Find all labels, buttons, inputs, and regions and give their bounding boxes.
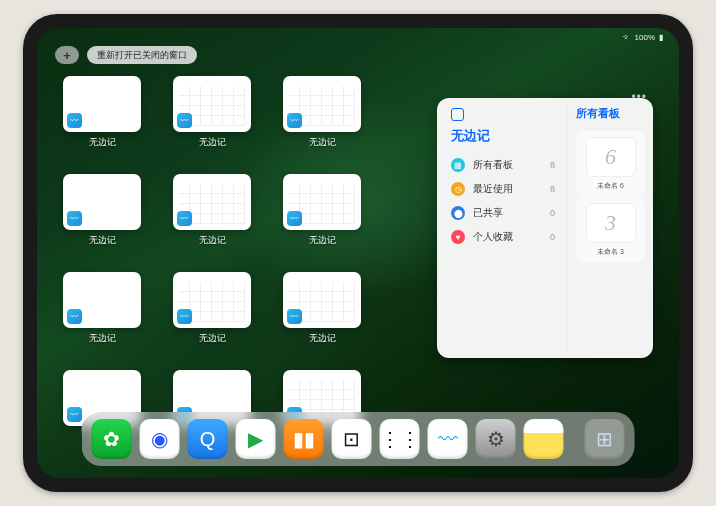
sidebar-item-count: 0 [550, 208, 555, 218]
sidebar-item[interactable]: ♥个人收藏0 [451, 225, 555, 249]
sidebar-toggle-icon[interactable] [451, 108, 464, 121]
window-label: 无边记 [309, 234, 336, 247]
sidebar-item-icon: ◷ [451, 182, 465, 196]
dock-browser-icon[interactable]: Q [188, 419, 228, 459]
board-card[interactable]: 6未命名 6 [576, 131, 645, 197]
expose-window[interactable]: 〰无边记 [61, 272, 143, 360]
window-thumbnail: 〰 [173, 76, 251, 132]
expose-window[interactable]: 〰无边记 [171, 174, 253, 262]
top-controls: + 重新打开已关闭的窗口 [55, 46, 197, 64]
window-label: 无边记 [89, 136, 116, 149]
dock-separator [574, 421, 575, 457]
window-label: 无边记 [199, 234, 226, 247]
dock-freeform-icon[interactable]: 〰 [428, 419, 468, 459]
board-card[interactable]: 3未命名 3 [576, 197, 645, 263]
freeform-app-icon: 〰 [287, 113, 302, 128]
freeform-app-icon: 〰 [287, 211, 302, 226]
board-label: 未命名 3 [597, 247, 624, 257]
screen: ᯤ 100% ▮ + 重新打开已关闭的窗口 〰无边记〰无边记〰无边记〰无边记〰无… [37, 28, 679, 478]
panel-app-title: 无边记 [451, 127, 555, 145]
freeform-app-icon: 〰 [67, 309, 82, 324]
expose-window[interactable]: 〰无边记 [281, 272, 363, 360]
sidebar-item[interactable]: ▦所有看板8 [451, 153, 555, 177]
window-label: 无边记 [309, 332, 336, 345]
status-bar: ᯤ 100% ▮ [37, 30, 679, 44]
wifi-icon: ᯤ [623, 33, 631, 42]
sidebar-item[interactable]: ◷最近使用8 [451, 177, 555, 201]
expose-window[interactable]: 〰无边记 [281, 174, 363, 262]
sidebar-item-icon: ⬤ [451, 206, 465, 220]
window-thumbnail: 〰 [283, 272, 361, 328]
dock-notes-icon[interactable] [524, 419, 564, 459]
window-label: 无边记 [89, 332, 116, 345]
window-label: 无边记 [309, 136, 336, 149]
panel-left: 无边记 ▦所有看板8◷最近使用8⬤已共享0♥个人收藏0 [437, 98, 567, 358]
freeform-app-icon: 〰 [67, 407, 82, 422]
dock-books-icon[interactable]: ▮▮ [284, 419, 324, 459]
window-thumbnail: 〰 [63, 174, 141, 230]
new-window-button[interactable]: + [55, 46, 79, 64]
freeform-app-icon: 〰 [67, 211, 82, 226]
freeform-app-icon: 〰 [177, 211, 192, 226]
reopen-closed-window-button[interactable]: 重新打开已关闭的窗口 [87, 46, 197, 64]
sidebar-item-label: 个人收藏 [473, 230, 513, 244]
board-label: 未命名 6 [597, 181, 624, 191]
window-thumbnail: 〰 [283, 174, 361, 230]
battery-icon: ▮ [659, 33, 663, 42]
expose-window[interactable]: 〰无边记 [281, 76, 363, 164]
board-thumbnail: 6 [586, 137, 636, 177]
sidebar-item[interactable]: ⬤已共享0 [451, 201, 555, 225]
sidebar-item-count: 8 [550, 160, 555, 170]
sidebar-item-label: 已共享 [473, 206, 503, 220]
dock-play-icon[interactable]: ▶ [236, 419, 276, 459]
sidebar-item-count: 8 [550, 184, 555, 194]
window-thumbnail: 〰 [63, 272, 141, 328]
sidebar-item-label: 最近使用 [473, 182, 513, 196]
expose-window[interactable]: 〰无边记 [61, 76, 143, 164]
window-thumbnail: 〰 [173, 272, 251, 328]
window-expose-grid: 〰无边记〰无边记〰无边记〰无边记〰无边记〰无边记〰无边记〰无边记〰无边记〰无边记… [61, 76, 421, 458]
freeform-side-panel: 无边记 ▦所有看板8◷最近使用8⬤已共享0♥个人收藏0 所有看板 6未命名 63… [437, 98, 653, 358]
window-label: 无边记 [199, 136, 226, 149]
dock-settings-icon[interactable]: ⚙ [476, 419, 516, 459]
window-thumbnail: 〰 [63, 76, 141, 132]
window-thumbnail: 〰 [173, 174, 251, 230]
dock-wechat-icon[interactable]: ✿ [92, 419, 132, 459]
sidebar-item-icon: ♥ [451, 230, 465, 244]
dock-quark-icon[interactable]: ◉ [140, 419, 180, 459]
dock-app-library-icon[interactable]: ⊞ [585, 419, 625, 459]
freeform-app-icon: 〰 [177, 113, 192, 128]
dock-dice-icon[interactable]: ⊡ [332, 419, 372, 459]
expose-window[interactable]: 〰无边记 [61, 174, 143, 262]
panel-right: 所有看板 6未命名 63未命名 3 [567, 98, 653, 358]
freeform-app-icon: 〰 [177, 309, 192, 324]
window-thumbnail: 〰 [283, 76, 361, 132]
battery-percent: 100% [635, 33, 655, 42]
sidebar-item-icon: ▦ [451, 158, 465, 172]
sidebar-item-label: 所有看板 [473, 158, 513, 172]
expose-window[interactable]: 〰无边记 [171, 76, 253, 164]
panel-right-title: 所有看板 [576, 106, 645, 121]
board-thumbnail: 3 [586, 203, 636, 243]
freeform-app-icon: 〰 [67, 113, 82, 128]
ipad-frame: ᯤ 100% ▮ + 重新打开已关闭的窗口 〰无边记〰无边记〰无边记〰无边记〰无… [23, 14, 693, 492]
freeform-app-icon: 〰 [287, 309, 302, 324]
window-label: 无边记 [89, 234, 116, 247]
dock: ✿◉Q▶▮▮⊡⋮⋮〰⚙⊞ [82, 412, 635, 466]
sidebar-item-count: 0 [550, 232, 555, 242]
window-label: 无边记 [199, 332, 226, 345]
expose-window[interactable]: 〰无边记 [171, 272, 253, 360]
dock-connect-icon[interactable]: ⋮⋮ [380, 419, 420, 459]
